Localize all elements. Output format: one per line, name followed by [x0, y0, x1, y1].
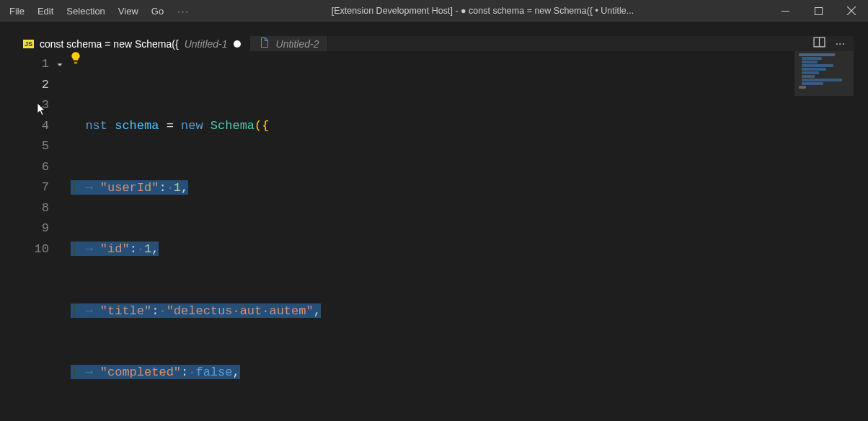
lightbulb-icon[interactable]: [69, 51, 84, 66]
tab-label: const schema = new Schema({: [40, 38, 179, 50]
tab-untitled-2[interactable]: Untitled-2: [250, 36, 329, 51]
line-number: 2: [14, 75, 71, 96]
menu-file[interactable]: File: [3, 3, 31, 19]
line-number: 6: [14, 157, 71, 178]
code-line: │ → "completed":·false,: [71, 363, 794, 384]
minimap-viewport[interactable]: [794, 51, 854, 96]
menu-more[interactable]: ···: [170, 3, 197, 19]
menu-selection[interactable]: Selection: [60, 3, 111, 19]
svg-rect-1: [815, 7, 822, 14]
code-line: │ → "userId":·1,: [71, 177, 794, 198]
minimize-button[interactable]: [769, 0, 802, 22]
line-number: 1: [14, 54, 71, 75]
tab-untitled-1[interactable]: JS const schema = new Schema({ Untitled-…: [14, 36, 250, 51]
javascript-icon: JS: [23, 40, 34, 48]
code-area[interactable]: nst schema = new Schema({ │ → "userId":·…: [71, 51, 794, 421]
line-number: 8: [14, 198, 71, 219]
file-icon: [259, 37, 270, 50]
window-title: [Extension Development Host] - ● const s…: [197, 6, 769, 16]
split-editor-icon[interactable]: [813, 36, 825, 51]
maximize-button[interactable]: [802, 0, 835, 22]
tab-label: Untitled-2: [276, 38, 319, 50]
tabs-bar: JS const schema = new Schema({ Untitled-…: [14, 36, 854, 51]
menu-bar: File Edit Selection View Go ···: [0, 3, 197, 19]
line-number: 9: [14, 218, 71, 239]
menu-view[interactable]: View: [112, 3, 145, 19]
menu-go[interactable]: Go: [145, 3, 170, 19]
code-line: │ → "id":·1,: [71, 239, 794, 260]
title-bar: File Edit Selection View Go ··· [Extensi…: [0, 0, 868, 22]
tab-actions: ···: [805, 36, 854, 51]
line-number: 7: [14, 177, 71, 198]
dirty-indicator-icon: [234, 40, 241, 48]
code-line: │ → "title":·"delectus·aut·autem",: [71, 301, 794, 322]
line-number: 10: [14, 239, 71, 260]
minimap[interactable]: [794, 51, 854, 421]
window-controls: [769, 0, 868, 22]
menu-edit[interactable]: Edit: [31, 3, 60, 19]
code-line: nst schema = new Schema({: [71, 116, 794, 137]
editor-body[interactable]: 1 2 3 4 5 6 7 8 9 10 nst schema = new Sc…: [14, 51, 854, 421]
more-actions-icon[interactable]: ···: [836, 37, 845, 50]
line-number: 5: [14, 136, 71, 157]
mouse-cursor-icon: [37, 103, 46, 124]
tab-secondary-label: Untitled-1: [185, 38, 228, 50]
close-button[interactable]: [835, 0, 868, 22]
editor-container: JS const schema = new Schema({ Untitled-…: [0, 22, 868, 421]
